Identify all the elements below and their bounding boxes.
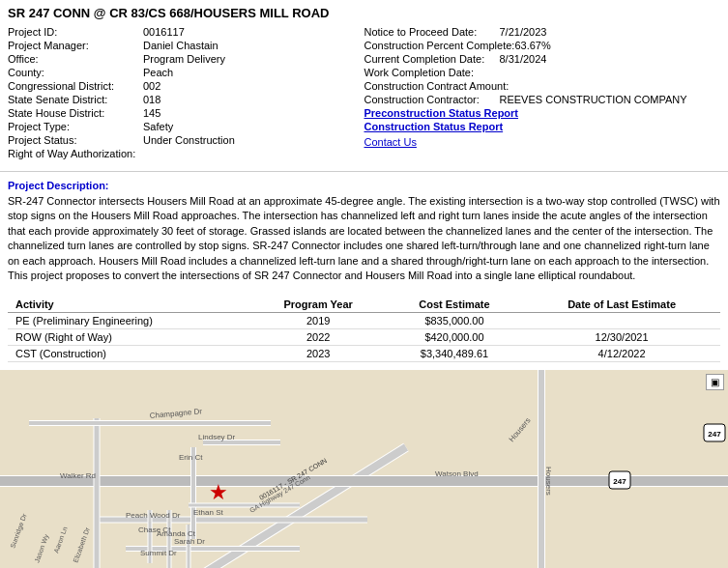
table-row: PE (Preliminary Engineering)2019$835,000… [8,313,720,329]
info-value: 0016117 [143,26,185,38]
info-label: Current Completion Date: [364,53,500,65]
info-value: Daniel Chastain [143,40,218,51]
table-cell: ROW (Right of Way) [8,329,251,346]
info-row: Office:Program Delivery [8,53,364,65]
table-header: Cost Estimate [386,297,523,313]
info-value: 018 [143,94,160,105]
project-link[interactable]: Construction Status Report [364,121,504,132]
info-value: 8/31/2024 [500,53,547,65]
description-text: SR-247 Connector intersects Housers Mill… [8,194,720,283]
info-label: State House District: [8,107,143,119]
svg-text:Summit Dr: Summit Dr [140,549,177,557]
project-info-grid: Project ID:0016117Project Manager:Daniel… [8,26,720,159]
info-row: Current Completion Date:8/31/2024 [364,53,721,65]
table-cell: 2019 [251,313,386,329]
info-row: Project Manager:Daniel Chastain [8,40,364,51]
map-svg: 247 247 Champagne Dr Walker Rd Lindsey D… [0,370,728,568]
table-cell: PE (Preliminary Engineering) [8,313,251,329]
map-container: 247 247 Champagne Dr Walker Rd Lindsey D… [0,370,728,568]
svg-text:Watson Blvd: Watson Blvd [435,469,479,478]
svg-text:Lindsey Dr: Lindsey Dr [198,433,236,441]
svg-text:Erin Ct: Erin Ct [179,453,203,462]
info-label: Construction Contractor: [364,94,500,105]
info-label: Congressional District: [8,80,143,92]
info-row: Notice to Proceed Date:7/21/2023 [364,26,721,38]
table-cell: $420,000.00 [386,329,523,346]
info-row: Construction Status Report [364,121,721,132]
info-value: 145 [143,107,160,119]
info-value: 63.67% [514,40,550,51]
svg-text:Ethan St: Ethan St [193,508,223,517]
info-row: Construction Percent Complete:63.67% [364,40,721,51]
table-cell [523,313,720,329]
info-row: Contact Us [364,136,721,148]
info-row: Work Completion Date: [364,67,721,78]
svg-text:Housers: Housers [544,467,553,496]
info-row: Right of Way Authorization: [8,148,364,159]
info-label: State Senate District: [8,94,143,105]
info-value: Safety [143,121,173,132]
info-value: REEVES CONSTRUCTION COMPANY [500,94,687,105]
info-row: Preconstruction Status Report [364,107,721,119]
info-label: Project Manager: [8,40,143,51]
info-label: Notice to Proceed Date: [364,26,500,38]
description-section: Project Description: SR-247 Connector in… [0,180,728,289]
table-header: Program Year [251,297,386,313]
info-label: Office: [8,53,143,65]
info-label: Project Status: [8,134,143,146]
table-row: CST (Construction)2023$3,340,489.614/12/… [8,346,720,362]
header-section: SR 247 CONN @ CR 83/CS 668/HOUSERS MILL … [0,0,728,163]
info-row: Congressional District:002 [8,80,364,92]
info-row: Project Type:Safety [8,121,364,132]
info-label: County: [8,67,143,78]
info-row: Construction Contract Amount: [364,80,721,92]
info-label: Project Type: [8,121,143,132]
expand-icon: ▣ [711,377,719,387]
activities-section: ActivityProgram YearCost EstimateDate of… [0,297,728,362]
info-label: Work Completion Date: [364,67,500,78]
info-label: Construction Percent Complete: [364,40,515,51]
table-header: Date of Last Estimate [523,297,720,313]
info-value: Under Construction [143,134,235,146]
table-cell: $3,340,489.61 [386,346,523,362]
page-title: SR 247 CONN @ CR 83/CS 668/HOUSERS MILL … [8,6,720,20]
table-cell: $835,000.00 [386,313,523,329]
location-star-marker: ★ [209,480,228,505]
divider-1 [0,171,728,172]
contact-us-link[interactable]: Contact Us [364,136,417,148]
svg-text:Walker Rd: Walker Rd [60,471,96,480]
info-right-column: Notice to Proceed Date:7/21/2023Construc… [364,26,721,159]
table-cell: 4/12/2022 [523,346,720,362]
table-row: ROW (Right of Way)2022$420,000.0012/30/2… [8,329,720,346]
table-header: Activity [8,297,251,313]
info-label: Right of Way Authorization: [8,148,143,159]
info-row: State Senate District:018 [8,94,364,105]
project-link[interactable]: Preconstruction Status Report [364,107,519,119]
info-value: Program Delivery [143,53,225,65]
table-cell: 2022 [251,329,386,346]
description-label: Project Description: [8,180,720,191]
info-row: County:Peach [8,67,364,78]
table-cell: CST (Construction) [8,346,251,362]
svg-text:Peach Wood Dr: Peach Wood Dr [126,511,181,520]
activities-table: ActivityProgram YearCost EstimateDate of… [8,297,720,362]
info-row: Project Status:Under Construction [8,134,364,146]
table-cell: 12/30/2021 [523,329,720,346]
info-row: State House District:145 [8,107,364,119]
svg-text:247: 247 [613,477,626,486]
info-value: 7/21/2023 [500,26,547,38]
table-cell: 2023 [251,346,386,362]
info-row: Project ID:0016117 [8,26,364,38]
info-row: Construction Contractor:REEVES CONSTRUCT… [364,94,721,105]
info-label: Project ID: [8,26,143,38]
svg-text:Sarah Dr: Sarah Dr [174,537,205,546]
svg-text:247: 247 [708,430,721,439]
info-value: Peach [143,67,173,78]
info-value: 002 [143,80,160,92]
info-left-column: Project ID:0016117Project Manager:Daniel… [8,26,364,159]
info-label: Construction Contract Amount: [364,80,510,92]
map-expand-button[interactable]: ▣ [706,374,724,390]
